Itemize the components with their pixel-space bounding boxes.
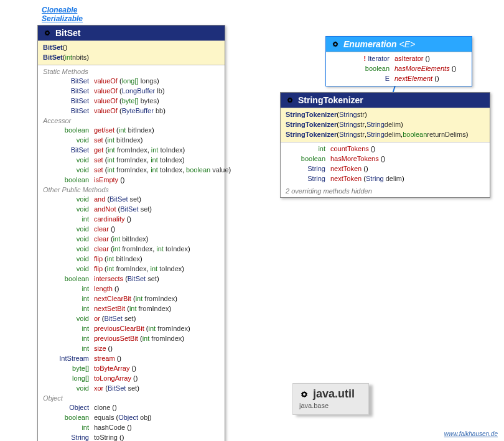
package-box: java.util java.base <box>292 383 369 415</box>
class-stringtokenizer: StringTokenizer StringTokenizer (String … <box>280 92 490 198</box>
method-row: boolean get/set (int bitIndex) <box>38 125 225 135</box>
enumeration-methods: ! Iterator asIterator () boolean hasMore… <box>326 52 472 86</box>
section-object-label: Object <box>38 393 225 402</box>
method-row: void xor (BitSet set) <box>38 383 225 393</box>
gear-icon <box>331 40 340 49</box>
method-row: String nextToken () <box>281 164 490 174</box>
gear-icon <box>299 389 309 399</box>
method-row: void set (int fromIndex, int toIndex) <box>38 155 225 165</box>
method-row: boolean hasMoreElements () <box>326 63 472 73</box>
interface-title: Enumeration <E> <box>343 39 415 49</box>
method-row: boolean hasMoreTokens () <box>281 154 490 164</box>
section-accessor-label: Accessor <box>38 116 225 125</box>
class-header-tokenizer: StringTokenizer <box>281 93 490 108</box>
link-cloneable[interactable]: Cloneable <box>42 6 77 14</box>
method-row: BitSet valueOf (long[] longs) <box>38 76 225 86</box>
method-row: long[] toLongArray () <box>38 373 225 383</box>
method-row: E nextElement () <box>326 73 472 83</box>
method-row: BitSet valueOf (byte[] bytes) <box>38 96 225 106</box>
class-bitset: BitSet BitSet ()BitSet (int nbits) Stati… <box>37 25 225 441</box>
method-row: int size () <box>38 343 225 353</box>
section-other-label: Other Public Methods <box>38 185 225 194</box>
method-row: boolean equals (Object obj) <box>38 412 225 422</box>
method-row: boolean isEmpty () <box>38 175 225 185</box>
tokenizer-footer-note: 2 overriding methods hidden <box>281 186 490 197</box>
constructors-section: BitSet ()BitSet (int nbits) <box>38 41 225 65</box>
method-row: int nextSetBit (int fromIndex) <box>38 304 225 313</box>
method-row: int previousSetBit (int fromIndex) <box>38 333 225 343</box>
gear-icon <box>43 29 52 37</box>
method-row: Object clone () <box>38 402 225 412</box>
method-row: int countTokens () <box>281 144 490 154</box>
method-row: boolean intersects (BitSet set) <box>38 274 225 284</box>
class-header-bitset: BitSet <box>38 26 225 41</box>
supertype-links: Cloneable Serializable <box>42 6 83 23</box>
method-row: BitSet get (int fromIndex, int toIndex) <box>38 145 225 155</box>
class-title: BitSet <box>55 28 80 38</box>
method-row: void clear () <box>38 224 225 234</box>
footer-credit-link[interactable]: www.falkhausen.de <box>444 430 498 437</box>
method-row: String nextToken (String delim) <box>281 174 490 183</box>
method-row: int nextClearBit (int fromIndex) <box>38 294 225 304</box>
section-static-label: Static Methods <box>38 67 225 76</box>
constructor-row: StringTokenizer (String str) <box>286 109 485 119</box>
method-row: BitSet valueOf (ByteBuffer bb) <box>38 106 225 116</box>
method-row: byte[] toByteArray () <box>38 363 225 373</box>
constructor-row: BitSet (int nbits) <box>43 52 220 62</box>
method-row: void andNot (BitSet set) <box>38 204 225 214</box>
class-title: StringTokenizer <box>298 95 363 105</box>
constructor-row: StringTokenizer (String str, String deli… <box>286 119 485 129</box>
link-serializable[interactable]: Serializable <box>42 14 83 23</box>
method-row: void set (int bitIndex) <box>38 135 225 145</box>
gear-icon <box>286 96 294 104</box>
constructor-row: BitSet () <box>43 42 220 52</box>
methods-section: Static Methods BitSet valueOf (long[] lo… <box>38 65 225 441</box>
method-row: void and (BitSet set) <box>38 194 225 204</box>
interface-enumeration: Enumeration <E> ! Iterator asIterator ()… <box>325 36 472 86</box>
tokenizer-methods: int countTokens () boolean hasMoreTokens… <box>281 142 490 186</box>
method-row: IntStream stream () <box>38 353 225 363</box>
package-title: java.util <box>313 388 355 401</box>
interface-header: Enumeration <E> <box>326 37 472 52</box>
method-row: void flip (int fromIndex, int toIndex) <box>38 264 225 274</box>
method-row: void clear (int bitIndex) <box>38 234 225 244</box>
method-row: String toString () <box>38 432 225 441</box>
method-row: ! Iterator asIterator () <box>326 53 472 63</box>
package-subtitle: java.base <box>299 402 355 409</box>
method-row: void clear (int fromIndex, int toIndex) <box>38 244 225 254</box>
method-row: void or (BitSet set) <box>38 313 225 323</box>
method-row: int hashCode () <box>38 422 225 432</box>
method-row: BitSet valueOf (LongBuffer lb) <box>38 86 225 96</box>
constructor-row: StringTokenizer (String str, String deli… <box>286 129 485 139</box>
method-row: void flip (int bitIndex) <box>38 254 225 264</box>
tokenizer-constructors: StringTokenizer (String str)StringTokeni… <box>281 108 490 142</box>
method-row: int length () <box>38 284 225 294</box>
method-row: int cardinality () <box>38 214 225 224</box>
method-row: void set (int fromIndex, int toIndex, bo… <box>38 165 225 175</box>
method-row: int previousClearBit (int fromIndex) <box>38 323 225 333</box>
